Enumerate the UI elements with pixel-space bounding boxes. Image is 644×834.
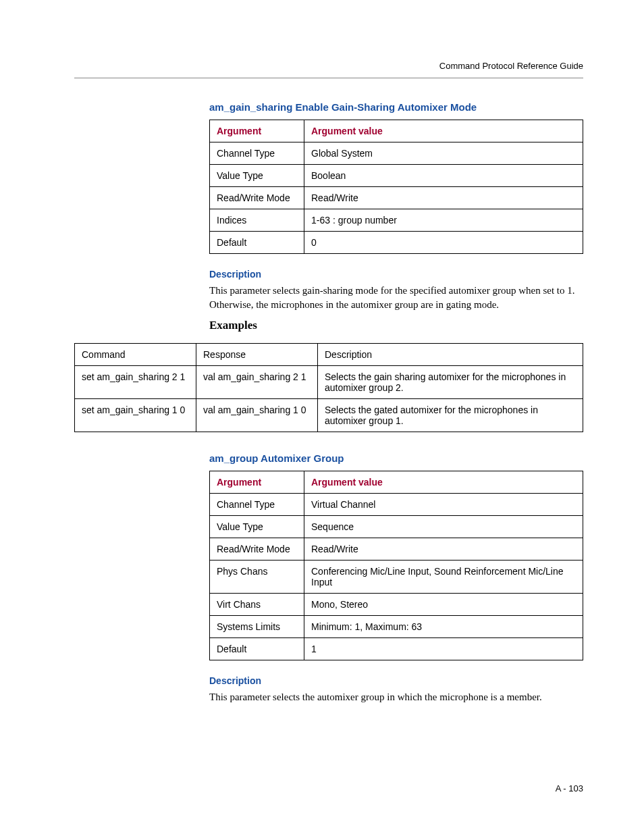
table-row: Channel TypeGlobal System (210, 142, 583, 165)
arg-header: Argument (210, 471, 304, 494)
argument-table: Argument Argument value Channel TypeVirt… (209, 471, 583, 660)
arg-cell: Channel Type (210, 142, 304, 165)
argval-cell: 0 (304, 232, 583, 254)
argval-cell: Global System (304, 142, 583, 165)
description-text: This parameter selects gain-sharing mode… (209, 284, 583, 312)
description-heading: Description (209, 269, 583, 280)
table-row: Phys ChansConferencing Mic/Line Input, S… (210, 561, 583, 594)
table-row: Read/Write ModeRead/Write (210, 187, 583, 209)
ex-response: val am_gain_sharing 2 1 (196, 366, 318, 399)
page: Command Protocol Reference Guide am_gain… (0, 0, 644, 834)
argval-cell: Read/Write (304, 538, 583, 561)
table-header-row: Command Response Description (75, 344, 583, 366)
ex-col-response: Response (196, 344, 318, 366)
argval-cell: Conferencing Mic/Line Input, Sound Reinf… (304, 561, 583, 594)
arg-cell: Virt Chans (210, 594, 304, 616)
argval-cell: 1-63 : group number (304, 209, 583, 232)
argval-cell: Mono, Stereo (304, 594, 583, 616)
table-header-row: Argument Argument value (210, 471, 583, 494)
section-am-group: am_group Automixer Group Argument Argume… (209, 452, 583, 704)
ex-col-command: Command (75, 344, 196, 366)
table-row: set am_gain_sharing 1 0 val am_gain_shar… (75, 399, 583, 432)
argval-header: Argument value (304, 120, 583, 142)
table-header-row: Argument Argument value (210, 120, 583, 142)
ex-col-description: Description (318, 344, 583, 366)
examples-heading: Examples (209, 319, 583, 332)
arg-cell: Read/Write Mode (210, 187, 304, 209)
ex-command: set am_gain_sharing 2 1 (75, 366, 196, 399)
table-row: Virt ChansMono, Stereo (210, 594, 583, 616)
table-row: Value TypeSequence (210, 516, 583, 538)
description-heading: Description (209, 675, 583, 686)
table-row: Indices1-63 : group number (210, 209, 583, 232)
table-row: Value TypeBoolean (210, 165, 583, 187)
ex-response: val am_gain_sharing 1 0 (196, 399, 318, 432)
header-rule (74, 78, 583, 78)
table-row: set am_gain_sharing 2 1 val am_gain_shar… (75, 366, 583, 399)
section-title: am_gain_sharing Enable Gain-Sharing Auto… (209, 101, 583, 113)
ex-command: set am_gain_sharing 1 0 (75, 399, 196, 432)
table-row: Default1 (210, 638, 583, 660)
table-row: Channel TypeVirtual Channel (210, 494, 583, 516)
arg-cell: Value Type (210, 165, 304, 187)
ex-description: Selects the gain sharing automixer for t… (318, 366, 583, 399)
arg-header: Argument (210, 120, 304, 142)
header-right: Command Protocol Reference Guide (439, 61, 583, 71)
table-row: Read/Write ModeRead/Write (210, 538, 583, 561)
argval-cell: Virtual Channel (304, 494, 583, 516)
argval-cell: Boolean (304, 165, 583, 187)
argval-cell: 1 (304, 638, 583, 660)
arg-cell: Phys Chans (210, 561, 304, 594)
table-row: Systems LimitsMinimum: 1, Maximum: 63 (210, 616, 583, 638)
examples-table: Command Response Description set am_gain… (74, 343, 583, 432)
arg-cell: Default (210, 232, 304, 254)
arg-cell: Value Type (210, 516, 304, 538)
arg-cell: Default (210, 638, 304, 660)
section-title: am_group Automixer Group (209, 452, 583, 464)
arg-cell: Indices (210, 209, 304, 232)
ex-description: Selects the gated automixer for the micr… (318, 399, 583, 432)
argval-cell: Minimum: 1, Maximum: 63 (304, 616, 583, 638)
arg-cell: Channel Type (210, 494, 304, 516)
description-text: This parameter selects the automixer gro… (209, 690, 583, 704)
section-am-gain-sharing: am_gain_sharing Enable Gain-Sharing Auto… (209, 101, 583, 312)
examples-block: Command Response Description set am_gain… (74, 343, 583, 432)
page-number: A - 103 (556, 783, 583, 793)
arg-cell: Systems Limits (210, 616, 304, 638)
argument-table: Argument Argument value Channel TypeGlob… (209, 120, 583, 254)
arg-cell: Read/Write Mode (210, 538, 304, 561)
argval-header: Argument value (304, 471, 583, 494)
table-row: Default0 (210, 232, 583, 254)
argval-cell: Sequence (304, 516, 583, 538)
argval-cell: Read/Write (304, 187, 583, 209)
